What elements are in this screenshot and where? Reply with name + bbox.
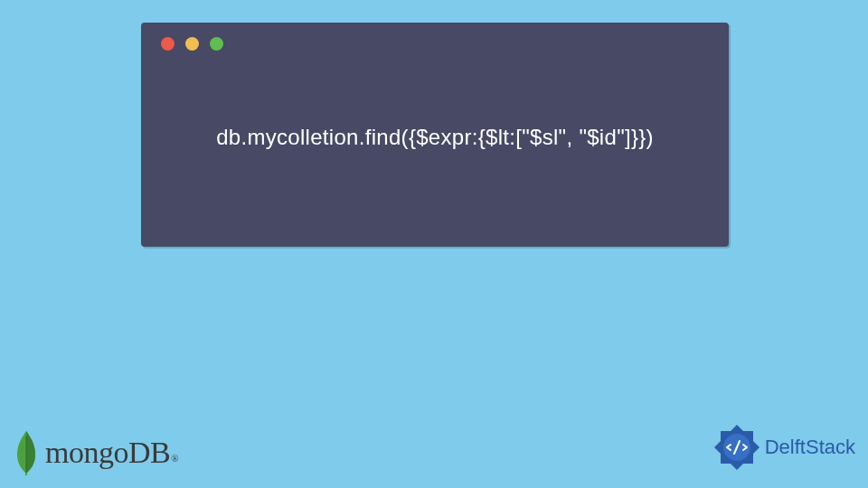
- mongodb-text: mongoDB®: [45, 436, 177, 470]
- minimize-icon: [185, 37, 199, 51]
- code-content: db.mycolletion.find({$expr:{$lt:["$sl", …: [141, 65, 729, 210]
- close-icon: [161, 37, 175, 51]
- mongodb-logo: mongoDB®: [14, 429, 177, 476]
- mongodb-trademark: ®: [171, 453, 178, 464]
- maximize-icon: [210, 37, 223, 51]
- delftstack-badge-icon: [712, 423, 761, 472]
- code-text: db.mycolletion.find({$expr:{$lt:["$sl", …: [216, 125, 654, 150]
- window-controls: [141, 23, 729, 65]
- mongodb-leaf-icon: [14, 429, 38, 476]
- delftstack-text: DelftStack: [765, 436, 855, 459]
- delftstack-logo: DelftStack: [712, 423, 855, 472]
- mongodb-name: mongoDB: [45, 436, 170, 469]
- code-window: db.mycolletion.find({$expr:{$lt:["$sl", …: [141, 23, 729, 247]
